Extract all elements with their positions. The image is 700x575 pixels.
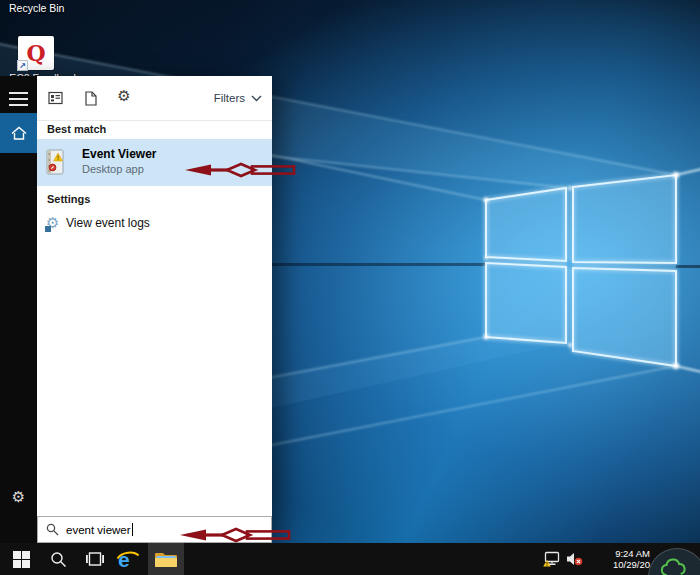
- gear-badge: [45, 226, 51, 232]
- taskbar-clock[interactable]: 9:24 AM 10/29/20: [588, 543, 650, 575]
- search-input[interactable]: event viewer: [37, 516, 272, 543]
- text-caret: [132, 523, 133, 536]
- filter-settings-button[interactable]: ⚙: [115, 87, 133, 105]
- result-subtitle: Desktop app: [82, 163, 144, 175]
- task-view-icon: [86, 552, 104, 566]
- home-icon: [11, 126, 27, 141]
- settings-header: Settings: [47, 193, 90, 205]
- volume-muted-tray-icon[interactable]: [564, 543, 584, 575]
- ec2-feedback-icon: Q ↗: [18, 36, 54, 70]
- best-match-header: Best match: [47, 123, 106, 135]
- filter-documents-button[interactable]: [81, 89, 99, 107]
- flyout-left-rail: ⚙: [0, 76, 37, 543]
- cloud-chat-icon: [658, 558, 690, 575]
- document-icon: [84, 91, 97, 106]
- flyout-panel: ⚙ Filters Best match: [37, 76, 272, 543]
- settings-gear-icon: ⚙: [46, 215, 62, 231]
- windows-desktop: Recycle Bin Q ↗ EC2 Feedback ⚙: [0, 0, 700, 575]
- result-title: Event Viewer: [82, 147, 156, 161]
- filter-apps-button[interactable]: [46, 89, 64, 107]
- event-viewer-icon: [46, 149, 65, 176]
- hamburger-bar: [9, 104, 28, 106]
- internet-explorer-icon: e: [116, 549, 140, 570]
- clock-date: 10/29/20: [613, 559, 650, 570]
- hamburger-bar: [9, 98, 28, 100]
- file-explorer-icon: [154, 550, 178, 568]
- event-viewer-result[interactable]: Event Viewer Desktop app: [37, 139, 272, 186]
- search-icon: [50, 551, 67, 568]
- filters-dropdown[interactable]: Filters: [214, 92, 262, 104]
- hamburger-menu-button[interactable]: [9, 92, 28, 110]
- start-search-flyout: ⚙ ⚙ Filters: [0, 76, 272, 543]
- network-warning-tray-icon[interactable]: [541, 543, 563, 575]
- rail-settings-button[interactable]: ⚙: [0, 488, 37, 506]
- search-icon: [46, 523, 59, 536]
- chevron-down-icon: [251, 95, 262, 102]
- view-event-logs-result[interactable]: ⚙ View event logs: [37, 211, 272, 238]
- file-explorer-button[interactable]: [148, 543, 184, 575]
- network-icon: [543, 551, 561, 567]
- q-letter-glyph: Q: [26, 42, 45, 64]
- taskbar-search-button[interactable]: [44, 543, 72, 575]
- internet-explorer-button[interactable]: e: [112, 543, 144, 575]
- clock-time: 9:24 AM: [615, 548, 650, 559]
- hamburger-bar: [9, 92, 28, 94]
- apps-icon: [48, 91, 63, 105]
- search-input-value: event viewer: [66, 524, 131, 536]
- shortcut-arrow-icon: ↗: [17, 60, 28, 71]
- windows-logo-icon: [13, 551, 30, 568]
- start-button[interactable]: [2, 543, 40, 575]
- header-separator: [37, 120, 272, 121]
- task-view-button[interactable]: [80, 543, 110, 575]
- settings-item-label: View event logs: [66, 216, 150, 230]
- filters-label: Filters: [214, 92, 245, 104]
- speaker-muted-icon: [566, 552, 583, 566]
- recycle-bin-icon-label[interactable]: Recycle Bin: [9, 2, 64, 14]
- taskbar: e: [0, 543, 700, 575]
- home-tab-selected[interactable]: [0, 113, 37, 153]
